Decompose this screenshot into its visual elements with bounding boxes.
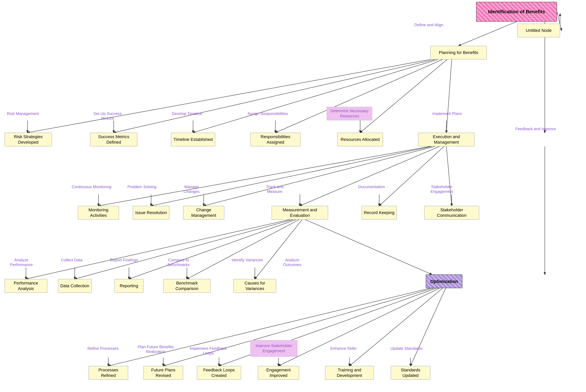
- track-measure-label: Track and Measure: [258, 184, 291, 194]
- untitled-node[interactable]: Untitled Node: [517, 24, 560, 37]
- svg-line-26: [411, 288, 446, 366]
- svg-line-10: [151, 146, 432, 206]
- feedback-loops-label: Feedback Loops Created: [199, 367, 239, 378]
- data-collection-label: Data Collection: [60, 283, 89, 289]
- record-keeping-node[interactable]: Record Keeping: [362, 206, 397, 220]
- causes-variances-node[interactable]: Causes for Variances: [233, 279, 276, 293]
- change-management-label: Change Management: [185, 207, 222, 218]
- responsibilities-assigned-label: Responsibilities Assigned: [252, 134, 299, 145]
- performance-analysis-label: Performance Analysis: [7, 280, 45, 292]
- standards-updated-label: Standards Updated: [393, 367, 428, 378]
- issue-resolution-label: Issue Resolution: [135, 210, 167, 216]
- compare-benchmarks-label: Compare to Benchmarks: [158, 258, 199, 267]
- svg-line-25: [350, 288, 443, 366]
- documentation-label: Documentation: [357, 184, 386, 189]
- svg-line-16: [75, 220, 293, 279]
- svg-line-19: [255, 220, 302, 279]
- performance-analysis-node[interactable]: Performance Analysis: [5, 279, 47, 293]
- optimization-node[interactable]: Optimization: [426, 274, 462, 288]
- implement-feedback-label: Implement Feedback Loops: [188, 346, 229, 356]
- processes-refined-node[interactable]: Processes Refined: [89, 366, 128, 380]
- benchmark-comparison-label: Benchmark Comparison: [165, 280, 208, 292]
- collect-data-label: Collect Data: [59, 258, 85, 262]
- execution-mgmt-node[interactable]: Execution and Management: [418, 133, 475, 146]
- monitoring-activities-label: Monitoring Activities: [80, 207, 117, 218]
- svg-line-18: [187, 220, 299, 279]
- diagram-container: Identification of Benefits Untitled Node…: [0, 0, 586, 392]
- reporting-label: Reporting: [120, 283, 138, 289]
- identification-label: Identification of Benefits: [488, 8, 545, 15]
- define-align-label: Define and Align: [411, 22, 447, 27]
- svg-line-20: [305, 220, 432, 274]
- stakeholder-comm-label: Stakeholder Communication: [426, 207, 477, 218]
- future-plans-label: Future Plans Revised: [146, 367, 181, 378]
- reporting-node[interactable]: Reporting: [114, 279, 143, 293]
- risk-strategies-node[interactable]: Risk Strategies Developed: [5, 133, 52, 146]
- training-dev-label: Training and Development: [327, 367, 372, 378]
- svg-line-15: [26, 220, 290, 279]
- measurement-eval-label: Measurement and Evaluation: [274, 207, 326, 218]
- risk-mgmt-label: Risk Management: [6, 111, 40, 116]
- engagement-improved-label: Engagement Improved: [260, 367, 297, 378]
- svg-line-7: [360, 60, 447, 133]
- issue-resolution-node[interactable]: Issue Resolution: [133, 206, 169, 220]
- planning-label: Planning for Benefits: [439, 50, 478, 55]
- svg-line-2: [459, 22, 516, 46]
- training-dev-node[interactable]: Training and Development: [325, 366, 374, 380]
- analyze-outcomes-label: Analyze Outcomes: [276, 258, 308, 267]
- enhance-skills-label: Enhance Skills: [330, 346, 357, 351]
- svg-line-11: [204, 146, 435, 206]
- timeline-est-node[interactable]: Timeline Established: [171, 133, 215, 146]
- develop-timeline-label: Develop Timeline: [171, 111, 203, 116]
- change-management-node[interactable]: Change Management: [183, 206, 224, 220]
- monitoring-activities-node[interactable]: Monitoring Activities: [78, 206, 119, 220]
- success-metrics-def-label: Success Metrics Defined: [92, 134, 135, 145]
- causes-variances-label: Causes for Variances: [236, 280, 274, 292]
- svg-line-13: [379, 146, 444, 206]
- timeline-est-label: Timeline Established: [173, 137, 213, 142]
- update-standards-label: Update Standards: [390, 346, 422, 351]
- stakeholder-comm-node[interactable]: Stakeholder Communication: [424, 206, 479, 220]
- identification-of-benefits-node[interactable]: Identification of Benefits: [476, 2, 557, 22]
- benchmark-comparison-node[interactable]: Benchmark Comparison: [163, 279, 211, 293]
- set-up-success-label: Set Up Success Metrics: [88, 111, 127, 121]
- standards-updated-node[interactable]: Standards Updated: [391, 366, 430, 380]
- risk-strategies-label: Risk Strategies Developed: [7, 134, 50, 145]
- measurement-eval-node[interactable]: Measurement and Evaluation: [272, 206, 328, 220]
- svg-line-4: [114, 60, 435, 133]
- problem-solving-label: Problem Solving: [127, 184, 157, 189]
- svg-line-3: [28, 60, 430, 133]
- execution-mgmt-label: Execution and Management: [420, 134, 472, 145]
- svg-line-9: [98, 146, 430, 206]
- determine-resources-label-box: Determine Necessary Resources: [327, 107, 372, 120]
- engagement-improved-node[interactable]: Engagement Improved: [258, 366, 299, 380]
- untitled-label: Untitled Node: [526, 28, 552, 33]
- svg-line-14: [446, 146, 452, 206]
- feedback-improve-label: Feedback and Improve: [514, 126, 557, 131]
- planning-for-benefits-node[interactable]: Planning for Benefits: [430, 46, 487, 60]
- data-collection-node[interactable]: Data Collection: [58, 279, 92, 293]
- svg-line-8: [446, 60, 452, 133]
- resources-allocated-node[interactable]: Resources Allocated: [337, 133, 383, 146]
- plan-future-label: Plan Future Benefits Realization: [131, 344, 180, 354]
- optimization-label: Optimization: [430, 278, 458, 284]
- svg-line-24: [278, 288, 439, 366]
- svg-line-17: [129, 220, 296, 279]
- success-metrics-def-node[interactable]: Success Metrics Defined: [90, 133, 137, 146]
- report-findings-label: Report Findings: [109, 258, 139, 262]
- record-keeping-label: Record Keeping: [364, 210, 395, 216]
- manage-changes-label: Manage Changes: [176, 184, 207, 194]
- assign-resp-label: Assign Responsibilities: [247, 111, 288, 116]
- improve-stakeholder-label-box: Improve Stakeholder Engagement: [250, 340, 298, 357]
- future-plans-node[interactable]: Future Plans Revised: [143, 366, 183, 380]
- implement-plans-label: Implement Plans: [432, 111, 462, 116]
- svg-line-5: [193, 60, 438, 133]
- feedback-loops-node[interactable]: Feedback Loops Created: [197, 366, 241, 380]
- svg-line-6: [275, 60, 443, 133]
- resources-allocated-label: Resources Allocated: [341, 137, 380, 142]
- identify-variances-label: Identify Variances: [230, 258, 264, 262]
- responsibilities-assigned-node[interactable]: Responsibilities Assigned: [250, 133, 301, 146]
- processes-refined-label: Processes Refined: [91, 367, 126, 378]
- stakeholder-engagement-label: Stakeholder Engagement: [420, 184, 463, 194]
- refine-processes-label: Refine Processes: [87, 346, 119, 351]
